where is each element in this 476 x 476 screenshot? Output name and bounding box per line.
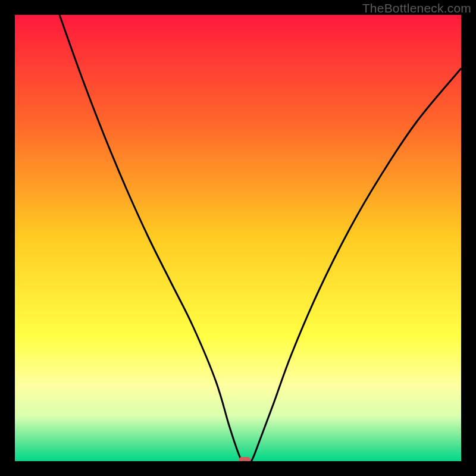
bottleneck-chart <box>15 15 461 461</box>
attribution-label: TheBottleneck.com <box>362 1 471 15</box>
chart-frame: TheBottleneck.com <box>0 0 476 476</box>
gradient-background <box>15 15 461 461</box>
plot-area <box>15 15 461 461</box>
value-marker <box>239 457 250 461</box>
